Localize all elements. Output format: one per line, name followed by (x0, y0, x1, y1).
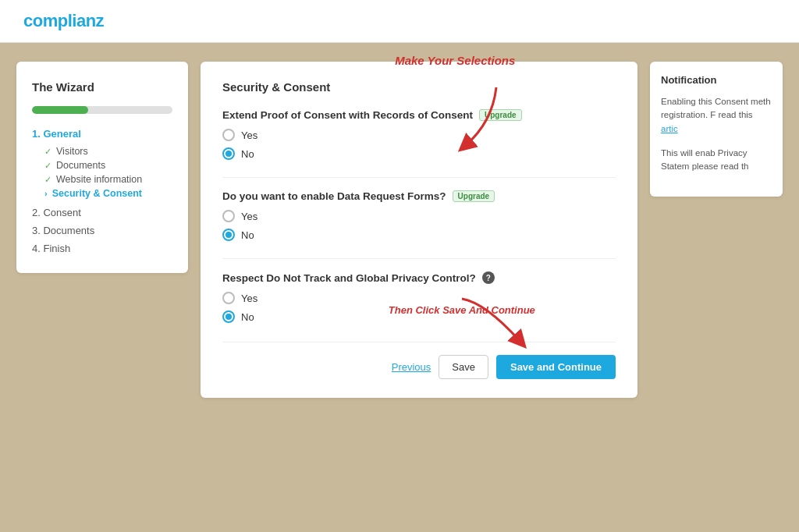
sidebar-item-documents[interactable]: ✓ Documents (32, 158, 172, 172)
help-icon-q3[interactable]: ? (482, 271, 495, 284)
sidebar-item-security-consent[interactable]: › Security & Consent (32, 186, 172, 200)
question-block-3: Respect Do Not Track and Global Privacy … (222, 271, 616, 323)
step-plain-documents: 3. Documents (32, 225, 172, 236)
form-panel-title: Security & Consent (222, 80, 616, 94)
radio-option-q2-yes[interactable]: Yes (222, 210, 616, 222)
radio-label-q3-no: No (241, 311, 254, 323)
radio-circle-q3-no[interactable] (222, 310, 235, 323)
radio-label-q1-yes: Yes (241, 129, 257, 141)
form-footer: Previous Save Save and Continue (222, 342, 616, 379)
radio-option-q3-no[interactable]: No (222, 310, 616, 323)
sidebar-item-documents-label: Documents (56, 160, 105, 171)
notification-block-1: Enabling this Consent meth registration.… (661, 95, 772, 136)
check-icon-visitors: ✓ (44, 147, 51, 157)
question-text-3: Respect Do Not Track and Global Privacy … (222, 272, 476, 284)
question-text-1: Extend Proof of Consent with Records of … (222, 109, 473, 121)
radio-circle-q2-yes[interactable] (222, 210, 235, 222)
upgrade-badge-1: Upgrade (479, 109, 522, 121)
notification-panel: Notification Enabling this Consent meth … (650, 62, 783, 197)
sidebar-item-visitors-label: Visitors (56, 146, 88, 157)
radio-label-q2-no: No (241, 229, 254, 241)
notification-block-2: This will enab Privacy Statem please rea… (661, 147, 772, 174)
radio-label-q1-no: No (241, 148, 254, 160)
question-label-1: Extend Proof of Consent with Records of … (222, 109, 616, 121)
wizard-title: The Wizard (32, 80, 172, 94)
sidebar-item-security-consent-label: Security & Consent (52, 188, 142, 199)
form-panel: Make Your Selections Security & Consent … (201, 62, 637, 398)
wizard-step-documents[interactable]: 3. Documents (32, 225, 172, 236)
radio-option-q1-yes[interactable]: Yes (222, 129, 616, 141)
radio-label-q3-yes: Yes (241, 293, 257, 304)
radio-label-q2-yes: Yes (241, 211, 257, 222)
wizard-step-general: 1. General ✓ Visitors ✓ Documents ✓ Webs… (32, 128, 172, 200)
question-block-2: Do you want to enable Data Request Forms… (222, 190, 616, 241)
wizard-steps: 1. General ✓ Visitors ✓ Documents ✓ Webs… (32, 128, 172, 254)
check-icon-documents: ✓ (44, 161, 51, 171)
sidebar-item-website-info-label: Website information (56, 174, 142, 185)
save-continue-button[interactable]: Save and Continue (496, 355, 616, 379)
notification-link-1[interactable]: artic (661, 124, 678, 133)
step-group-label-general[interactable]: 1. General (32, 128, 172, 140)
question-text-2: Do you want to enable Data Request Forms… (222, 190, 446, 202)
divider-1 (222, 177, 616, 178)
main-content: The Wizard 1. General ✓ Visitors ✓ Docum… (0, 43, 799, 532)
radio-circle-q3-yes[interactable] (222, 292, 235, 304)
previous-button[interactable]: Previous (392, 361, 431, 373)
wizard-panel: The Wizard 1. General ✓ Visitors ✓ Docum… (16, 62, 188, 273)
sidebar-item-website-info[interactable]: ✓ Website information (32, 172, 172, 186)
question-label-2: Do you want to enable Data Request Forms… (222, 190, 616, 202)
divider-2 (222, 258, 616, 259)
wizard-step-consent[interactable]: 2. Consent (32, 207, 172, 218)
step-plain-finish: 4. Finish (32, 243, 172, 254)
annotation-make-selections: Make Your Selections (395, 54, 515, 67)
progress-bar-container (32, 106, 172, 114)
progress-bar-fill (32, 106, 88, 114)
step-plain-consent: 2. Consent (32, 207, 172, 218)
upgrade-badge-2: Upgrade (453, 190, 495, 202)
radio-option-q2-no[interactable]: No (222, 229, 616, 241)
question-block-1: Extend Proof of Consent with Records of … (222, 109, 616, 160)
radio-option-q3-yes[interactable]: Yes (222, 292, 616, 304)
notification-title: Notification (661, 74, 772, 86)
question-label-3: Respect Do Not Track and Global Privacy … (222, 271, 616, 284)
sidebar-item-visitors[interactable]: ✓ Visitors (32, 144, 172, 158)
top-bar: complianz (0, 0, 799, 43)
radio-circle-q1-no[interactable] (222, 147, 235, 160)
radio-option-q1-no[interactable]: No (222, 147, 616, 160)
chevron-icon-security: › (44, 189, 48, 198)
check-icon-website-info: ✓ (44, 175, 51, 185)
radio-circle-q1-yes[interactable] (222, 129, 235, 141)
wizard-step-finish[interactable]: 4. Finish (32, 243, 172, 254)
save-button[interactable]: Save (439, 355, 488, 379)
logo: complianz (23, 11, 104, 31)
radio-circle-q2-no[interactable] (222, 229, 235, 241)
